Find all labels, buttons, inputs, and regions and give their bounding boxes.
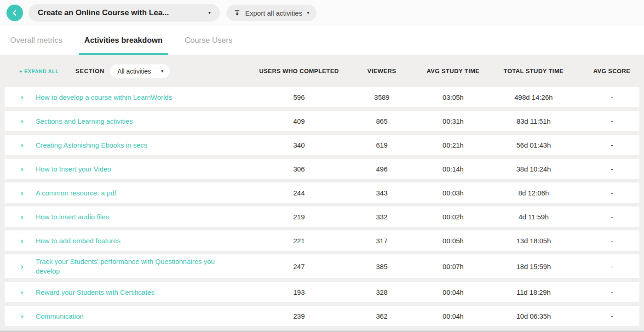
viewers-value: 385 [340, 263, 423, 270]
table-row: › How to add embed features 221 317 00:0… [5, 230, 639, 251]
viewers-value: 317 [340, 237, 423, 245]
avg-score-value: - [584, 312, 639, 320]
users-completed-value: 409 [258, 117, 340, 125]
table-controls: + EXPAND ALL SECTION All activities ▾ [5, 64, 258, 78]
avg-score-value: - [584, 93, 639, 101]
avg-study-time-value: 00:02h [423, 213, 483, 221]
tab-activities-breakdown[interactable]: Activities breakdown [84, 26, 162, 55]
avg-study-time-value: 00:05h [423, 237, 483, 245]
table-row: › How to insert audio files 219 332 00:0… [5, 206, 639, 227]
column-header-viewers: VIEWERS [340, 68, 423, 74]
users-completed-value: 193 [258, 288, 340, 296]
expand-chevron-icon[interactable]: › [21, 117, 23, 125]
section-filter-value: All activities [117, 68, 151, 75]
table-header-row: + EXPAND ALL SECTION All activities ▾ US… [5, 55, 639, 87]
activity-name-cell: › A common resource: a pdf [5, 188, 258, 198]
avg-score-value: - [584, 288, 639, 296]
avg-score-value: - [584, 263, 639, 270]
expand-chevron-icon[interactable]: › [21, 189, 23, 197]
back-button[interactable] [6, 5, 23, 21]
expand-chevron-icon[interactable]: › [21, 288, 23, 296]
avg-score-value: - [584, 117, 639, 125]
total-study-time-value: 56d 01:43h [483, 141, 584, 149]
viewers-value: 496 [340, 165, 423, 173]
activity-name-cell: › How to Insert your Video [5, 164, 258, 174]
viewers-value: 362 [340, 312, 423, 320]
activity-link[interactable]: Reward your Students with Certificates [36, 287, 155, 297]
column-header-avg-score: AVG SCORE [584, 68, 639, 74]
table-row: › Track your Students' performance with … [5, 254, 639, 278]
avg-study-time-value: 00:14h [423, 165, 483, 173]
avg-score-value: - [584, 141, 639, 149]
activity-name-cell: › Reward your Students with Certificates [5, 287, 258, 297]
activity-name-cell: › How to add embed features [5, 236, 258, 246]
column-header-users-who-completed: USERS WHO COMPLETED [258, 68, 340, 74]
section-label: SECTION [75, 68, 104, 74]
expand-chevron-icon[interactable]: › [21, 312, 23, 320]
users-completed-value: 247 [258, 263, 340, 270]
avg-study-time-value: 00:03h [423, 189, 483, 197]
table-row: › Sections and Learning activities 409 8… [5, 111, 639, 131]
users-completed-value: 596 [258, 93, 340, 101]
total-study-time-value: 38d 10:24h [483, 165, 584, 173]
export-all-activities-button[interactable]: Export all activities ▾ [226, 5, 316, 21]
table-row: › Creating Astonishing Ebooks in secs 34… [5, 135, 639, 155]
activity-link[interactable]: How to add embed features [36, 236, 121, 246]
tab-course-users[interactable]: Course Users [184, 26, 232, 55]
activity-link[interactable]: How to develop a course within LearnWorl… [36, 92, 172, 102]
total-study-time-value: 13d 18:05h [483, 237, 584, 245]
activity-link[interactable]: Track your Students' performance with Qu… [36, 257, 238, 276]
activity-link[interactable]: Communication [36, 311, 84, 321]
activity-name-cell: › Track your Students' performance with … [5, 257, 258, 276]
table-row: › Reward your Students with Certificates… [5, 282, 639, 302]
expand-chevron-icon[interactable]: › [21, 93, 23, 101]
caret-down-icon: ▾ [208, 11, 211, 15]
avg-score-value: - [584, 165, 639, 173]
activity-link[interactable]: A common resource: a pdf [36, 188, 116, 198]
avg-study-time-value: 00:07h [423, 263, 483, 270]
total-study-time-value: 11d 18:29h [483, 288, 584, 296]
users-completed-value: 340 [258, 141, 340, 149]
table-row: › How to develop a course within LearnWo… [5, 87, 639, 107]
expand-chevron-icon[interactable]: › [21, 165, 23, 173]
course-selector-dropdown[interactable]: Create an Online Course with Lea... ▾ [29, 4, 220, 22]
avg-score-value: - [584, 237, 639, 245]
activity-link[interactable]: Sections and Learning activities [36, 116, 133, 126]
table-row: › Communication 239 362 00:04h 10d 06:35… [5, 306, 639, 326]
viewers-value: 865 [340, 117, 423, 125]
table-row: › How to Insert your Video 306 496 00:14… [5, 159, 639, 179]
activity-name-cell: › How to develop a course within LearnWo… [5, 92, 258, 102]
users-completed-value: 219 [258, 213, 340, 221]
expand-chevron-icon[interactable]: › [21, 263, 23, 270]
avg-study-time-value: 00:31h [423, 117, 483, 125]
users-completed-value: 239 [258, 312, 340, 320]
tab-overall-metrics[interactable]: Overall metrics [10, 26, 62, 55]
activity-link[interactable]: How to insert audio files [36, 212, 109, 222]
total-study-time-value: 498d 14:26h [483, 93, 584, 101]
caret-down-icon: ▾ [161, 69, 163, 74]
course-selector-value: Create an Online Course with Lea... [38, 8, 169, 17]
total-study-time-value: 83d 11:51h [483, 117, 584, 125]
top-bar: Create an Online Course with Lea... ▾ Ex… [0, 0, 644, 26]
activity-name-cell: › Sections and Learning activities [5, 116, 258, 126]
total-study-time-value: 4d 11:59h [483, 213, 584, 221]
activity-link[interactable]: Creating Astonishing Ebooks in secs [36, 140, 148, 150]
total-study-time-value: 10d 06:35h [483, 312, 584, 320]
expand-chevron-icon[interactable]: › [21, 213, 23, 221]
chevron-left-icon [11, 9, 18, 17]
viewers-value: 619 [340, 141, 423, 149]
section-filter-dropdown[interactable]: All activities ▾ [110, 64, 170, 78]
avg-study-time-value: 00:04h [423, 312, 483, 320]
users-completed-value: 221 [258, 237, 340, 245]
expand-chevron-icon[interactable]: › [21, 237, 23, 245]
viewers-value: 3589 [340, 93, 423, 101]
activity-link[interactable]: How to Insert your Video [36, 164, 111, 174]
column-header-avg-study-time: AVG STUDY TIME [423, 68, 483, 74]
expand-chevron-icon[interactable]: › [21, 141, 23, 149]
activities-table: + EXPAND ALL SECTION All activities ▾ US… [0, 55, 644, 326]
avg-score-value: - [584, 213, 639, 221]
viewers-value: 332 [340, 213, 423, 221]
expand-all-button[interactable]: + EXPAND ALL [19, 69, 59, 74]
activity-name-cell: › How to insert audio files [5, 212, 258, 222]
download-icon [234, 10, 241, 17]
